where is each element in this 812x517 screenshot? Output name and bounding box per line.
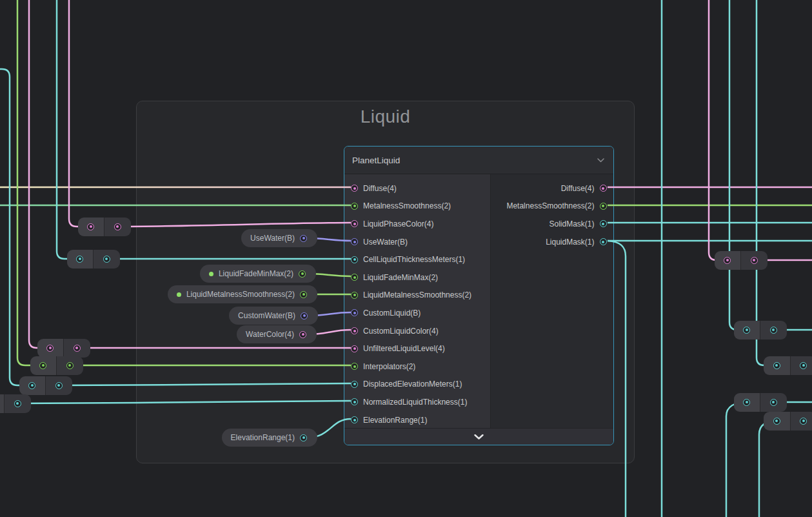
- float-port-icon[interactable]: [351, 381, 358, 388]
- vec4-port-icon[interactable]: [351, 220, 358, 227]
- redirect-in-half[interactable]: [734, 393, 760, 412]
- property-pill-node[interactable]: LiquidMetalnessSmoothness(2): [168, 285, 317, 303]
- wire-edge[interactable]: [69, 0, 90, 227]
- property-pill-node[interactable]: ElevationRange(1): [222, 429, 317, 447]
- float-port-icon[interactable]: [103, 256, 110, 263]
- vec4-port-icon[interactable]: [299, 331, 306, 338]
- wire-edge[interactable]: [757, 0, 776, 365]
- property-pill-node[interactable]: UseWater(B): [241, 229, 317, 247]
- float-port-icon[interactable]: [28, 382, 35, 389]
- vec2-port-icon[interactable]: [66, 362, 74, 369]
- float-port-icon[interactable]: [300, 434, 307, 441]
- vec2-port-icon[interactable]: [600, 203, 607, 210]
- redirect-node[interactable]: [30, 356, 83, 375]
- redirect-node[interactable]: [764, 412, 812, 431]
- redirect-out-half[interactable]: [56, 356, 83, 375]
- float-port-icon[interactable]: [600, 238, 607, 245]
- redirect-node[interactable]: [0, 394, 31, 413]
- float-port-icon[interactable]: [770, 327, 777, 334]
- redirect-in-half[interactable]: [67, 250, 94, 269]
- float-port-icon[interactable]: [351, 398, 358, 405]
- redirect-in-half[interactable]: [764, 412, 790, 431]
- float-port-icon[interactable]: [800, 418, 807, 425]
- vec4-port-icon[interactable]: [600, 185, 607, 192]
- redirect-in-half[interactable]: [715, 251, 741, 270]
- wire-edge[interactable]: [726, 402, 747, 517]
- redirect-in-half[interactable]: [37, 339, 64, 358]
- bool-port-icon[interactable]: [351, 309, 358, 316]
- redirect-out-half[interactable]: [45, 376, 72, 395]
- redirect-out-half[interactable]: [93, 250, 120, 269]
- float-port-icon[interactable]: [743, 399, 750, 406]
- property-pill-node[interactable]: WaterColor(4): [237, 325, 317, 343]
- redirect-node[interactable]: [67, 250, 120, 269]
- redirect-in-half[interactable]: [30, 356, 57, 375]
- redirect-node[interactable]: [78, 218, 131, 236]
- redirect-in-half[interactable]: [78, 218, 104, 236]
- vec2-port-icon[interactable]: [351, 274, 358, 281]
- float-port-icon[interactable]: [351, 256, 358, 263]
- redirect-out-half[interactable]: [4, 394, 31, 413]
- chevron-down-icon[interactable]: [597, 158, 604, 163]
- vec2-port-icon[interactable]: [39, 362, 46, 369]
- float-port-icon[interactable]: [55, 382, 63, 389]
- wire-edge[interactable]: [759, 421, 777, 517]
- wire-edge[interactable]: [17, 0, 43, 365]
- bool-port-icon[interactable]: [301, 312, 308, 319]
- wire-edge[interactable]: [0, 69, 32, 385]
- bool-port-icon[interactable]: [300, 235, 307, 242]
- vec2-port-icon[interactable]: [351, 292, 358, 299]
- graph-canvas[interactable]: Liquid PlanetLiquid Diffuse(4)MetalnessS…: [0, 0, 812, 517]
- redirect-out-half[interactable]: [104, 218, 131, 236]
- node-expand-strip[interactable]: [344, 428, 613, 445]
- redirect-out-half[interactable]: [63, 339, 90, 358]
- redirect-node[interactable]: [19, 376, 72, 395]
- redirect-out-half[interactable]: [740, 251, 767, 270]
- vec4-port-icon[interactable]: [114, 223, 121, 230]
- redirect-node[interactable]: [764, 356, 812, 375]
- vec4-port-icon[interactable]: [724, 257, 731, 264]
- vec4-port-icon[interactable]: [351, 185, 358, 192]
- group-title[interactable]: Liquid: [137, 106, 634, 127]
- node-planetliquid[interactable]: PlanetLiquid Diffuse(4)MetalnessSmoothne…: [344, 146, 614, 445]
- vec2-port-icon[interactable]: [351, 203, 358, 210]
- node-header[interactable]: PlanetLiquid: [344, 147, 613, 174]
- redirect-out-half[interactable]: [760, 393, 787, 412]
- wire-edge[interactable]: [729, 0, 746, 330]
- vec4-port-icon[interactable]: [351, 345, 358, 352]
- bool-port-icon[interactable]: [351, 238, 358, 245]
- vec2-port-icon[interactable]: [300, 291, 307, 298]
- vec4-port-icon[interactable]: [751, 257, 758, 264]
- redirect-out-half[interactable]: [790, 356, 812, 375]
- float-port-icon[interactable]: [770, 399, 777, 406]
- redirect-node[interactable]: [734, 321, 787, 340]
- float-port-icon[interactable]: [76, 256, 83, 263]
- float-port-icon[interactable]: [773, 418, 780, 425]
- vec2-port-icon[interactable]: [299, 270, 306, 278]
- float-port-icon[interactable]: [600, 220, 607, 227]
- vec2-port-icon[interactable]: [351, 363, 358, 370]
- redirect-node[interactable]: [37, 339, 90, 358]
- wire-edge[interactable]: [57, 0, 79, 259]
- vec4-port-icon[interactable]: [87, 223, 94, 230]
- float-port-icon[interactable]: [14, 400, 21, 407]
- redirect-node[interactable]: [715, 251, 767, 270]
- vec4-port-icon[interactable]: [46, 345, 54, 352]
- vec4-port-icon[interactable]: [351, 327, 358, 334]
- expand-chevron-icon[interactable]: [474, 434, 484, 440]
- float-port-icon[interactable]: [800, 362, 807, 369]
- float-port-icon[interactable]: [773, 362, 780, 369]
- vec4-port-icon[interactable]: [74, 345, 81, 352]
- redirect-in-half[interactable]: [19, 376, 46, 395]
- property-pill-node[interactable]: CustomWater(B): [229, 307, 318, 325]
- float-port-icon[interactable]: [351, 416, 358, 423]
- redirect-in-half[interactable]: [764, 356, 790, 375]
- redirect-in-half[interactable]: [734, 321, 760, 340]
- redirect-node[interactable]: [734, 393, 787, 412]
- wire-edge[interactable]: [29, 0, 50, 348]
- property-pill-node[interactable]: LiquidFadeMinMax(2): [200, 265, 316, 283]
- wire-edge[interactable]: [709, 0, 727, 260]
- redirect-out-half[interactable]: [760, 321, 787, 340]
- redirect-out-half[interactable]: [790, 412, 812, 431]
- float-port-icon[interactable]: [743, 327, 750, 334]
